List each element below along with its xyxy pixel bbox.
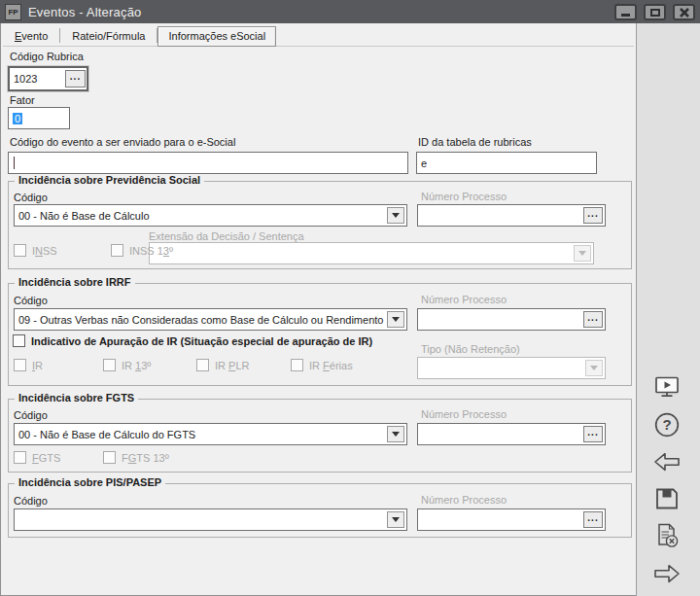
pis-numero-processo-field[interactable]: ... bbox=[417, 508, 606, 531]
text-caret bbox=[14, 157, 15, 169]
tab-strip: Evento Rateio/Fórmula Informações eSocia… bbox=[3, 26, 634, 47]
save-button[interactable] bbox=[649, 481, 684, 516]
fgts-codigo-combobox[interactable]: 00 - Não é Base de Cálculo do FGTS bbox=[14, 423, 407, 445]
checkbox-box bbox=[14, 451, 26, 464]
chevron-down-icon bbox=[574, 245, 591, 262]
checkbox-box bbox=[13, 334, 25, 347]
previdencia-codigo-value: 00 - Não é Base de Cálculo bbox=[18, 210, 150, 222]
indicativo-apuracao-ir-checkbox[interactable]: Indicativo de Apuração de IR (Situação e… bbox=[13, 334, 372, 347]
fator-label: Fator bbox=[10, 94, 35, 106]
chevron-down-icon bbox=[585, 360, 603, 376]
tab-rateio-formula[interactable]: Rateio/Fórmula bbox=[60, 26, 157, 46]
checkbox-box bbox=[291, 359, 303, 371]
maximize-button[interactable] bbox=[644, 4, 666, 20]
codigo-evento-esocial-label: Código do evento a ser enviado para o e-… bbox=[10, 136, 235, 148]
close-icon bbox=[679, 7, 690, 18]
checkbox-label: INSS 13º bbox=[129, 245, 173, 257]
monitor-play-button[interactable] bbox=[649, 369, 684, 404]
codigo-rubrica-value: 1023 bbox=[11, 73, 65, 85]
fator-value: 0 bbox=[13, 113, 22, 124]
pis-numero-processo-browse-button[interactable]: ... bbox=[583, 511, 603, 528]
tipo-nao-retencao-combobox[interactable] bbox=[417, 357, 606, 379]
previdencia-numero-processo-browse-button[interactable]: ... bbox=[583, 207, 603, 224]
minimize-button[interactable] bbox=[614, 4, 637, 20]
id-tabela-rubricas-field[interactable]: e bbox=[416, 152, 597, 174]
extensao-combobox[interactable] bbox=[149, 242, 594, 264]
help-button[interactable]: ? bbox=[649, 407, 684, 442]
checkbox-label: IR Férias bbox=[309, 360, 353, 371]
checkbox-box bbox=[111, 244, 123, 257]
checkbox-box bbox=[14, 359, 26, 371]
group-fgts: Incidência sobre FGTS Código 00 - Não é … bbox=[8, 399, 632, 473]
back-button[interactable] bbox=[649, 444, 684, 479]
codigo-label: Código bbox=[14, 295, 48, 306]
app-icon: FP bbox=[5, 4, 21, 20]
checkbox-label: FGTS bbox=[32, 452, 60, 464]
codigo-label: Código bbox=[14, 192, 48, 203]
pis-codigo-combobox[interactable] bbox=[14, 508, 407, 531]
action-sidebar: ? bbox=[637, 23, 700, 596]
previdencia-codigo-combobox[interactable]: 00 - Não é Base de Cálculo bbox=[14, 204, 407, 227]
chevron-down-icon[interactable] bbox=[387, 207, 404, 224]
svg-text:?: ? bbox=[662, 416, 671, 433]
chevron-down-icon[interactable] bbox=[387, 511, 404, 528]
delete-record-button[interactable] bbox=[649, 518, 684, 553]
arrow-left-icon bbox=[651, 446, 682, 477]
checkbox-label: IR PLR bbox=[215, 360, 249, 371]
tab-informacoes-esocial[interactable]: Informações eSocial bbox=[158, 26, 276, 47]
group-irrf-title: Incidência sobre IRRF bbox=[15, 276, 135, 288]
forward-button[interactable] bbox=[649, 556, 684, 591]
id-tabela-rubricas-label: ID da tabela de rubricas bbox=[418, 136, 532, 148]
numero-processo-label: Número Processo bbox=[421, 294, 507, 305]
chevron-down-icon[interactable] bbox=[387, 426, 404, 442]
inss-checkbox[interactable]: INSS bbox=[14, 244, 57, 257]
checkbox-box bbox=[103, 359, 116, 371]
maximize-icon bbox=[650, 9, 660, 17]
titlebar: FP Eventos - Alteração bbox=[0, 0, 700, 23]
irrf-numero-processo-field[interactable]: ... bbox=[417, 308, 606, 331]
irrf-codigo-value: 09 - Outras Verbas não Consideradas como… bbox=[18, 314, 383, 326]
ir-checkbox[interactable]: IR bbox=[14, 359, 43, 371]
tab-evento[interactable]: Evento bbox=[3, 26, 59, 46]
codigo-rubrica-field[interactable]: 1023 ... bbox=[8, 66, 88, 91]
codigo-label: Código bbox=[14, 409, 48, 421]
fgts-13-checkbox[interactable]: FGTS 13º bbox=[103, 451, 169, 464]
fgts-numero-processo-browse-button[interactable]: ... bbox=[583, 426, 603, 442]
group-pis-pasep-title: Incidência sobre PIS/PASEP bbox=[15, 476, 165, 488]
irrf-codigo-combobox[interactable]: 09 - Outras Verbas não Consideradas como… bbox=[14, 308, 407, 331]
ir-plr-checkbox[interactable]: IR PLR bbox=[196, 359, 249, 371]
checkbox-label: FGTS 13º bbox=[122, 452, 169, 464]
codigo-rubrica-label: Código Rubrica bbox=[10, 51, 84, 62]
irrf-numero-processo-browse-button[interactable]: ... bbox=[583, 311, 603, 328]
eventos-alteracao-window: FP Eventos - Alteração Evento Rateio/Fór… bbox=[0, 0, 700, 596]
id-tabela-rubricas-value: e bbox=[421, 158, 427, 169]
fgts-numero-processo-field[interactable]: ... bbox=[417, 423, 606, 445]
numero-processo-label: Número Processo bbox=[421, 494, 507, 506]
fator-field[interactable]: 0 bbox=[8, 107, 70, 129]
previdencia-numero-processo-field[interactable]: ... bbox=[417, 204, 606, 227]
monitor-play-icon bbox=[651, 371, 682, 403]
checkbox-box bbox=[103, 451, 116, 464]
checkbox-label: IR bbox=[32, 360, 43, 371]
inss-13-checkbox[interactable]: INSS 13º bbox=[111, 244, 173, 257]
window-title: Eventos - Alteração bbox=[28, 5, 142, 19]
fgts-codigo-value: 00 - Não é Base de Cálculo do FGTS bbox=[18, 429, 195, 440]
document-delete-icon bbox=[651, 520, 682, 551]
codigo-label: Código bbox=[14, 495, 48, 507]
close-button[interactable] bbox=[673, 4, 695, 20]
ir-ferias-checkbox[interactable]: IR Férias bbox=[291, 359, 353, 371]
extensao-label: Extensão da Decisão / Sentença bbox=[149, 230, 304, 242]
checkbox-label: IR 13º bbox=[122, 360, 151, 371]
codigo-evento-esocial-field[interactable] bbox=[8, 152, 408, 174]
fgts-checkbox[interactable]: FGTS bbox=[14, 451, 60, 464]
checkbox-box bbox=[196, 359, 209, 371]
codigo-rubrica-browse-button[interactable]: ... bbox=[65, 70, 86, 88]
group-previdencia-title: Incidência sobre Previdência Social bbox=[15, 174, 204, 186]
numero-processo-label: Número Processo bbox=[421, 191, 507, 202]
checkbox-label: Indicativo de Apuração de IR (Situação e… bbox=[31, 335, 372, 347]
ir-13-checkbox[interactable]: IR 13º bbox=[103, 359, 151, 371]
chevron-down-icon[interactable] bbox=[387, 311, 404, 328]
minimize-icon bbox=[621, 14, 630, 17]
group-fgts-title: Incidência sobre FGTS bbox=[15, 392, 138, 403]
help-icon: ? bbox=[651, 409, 682, 440]
